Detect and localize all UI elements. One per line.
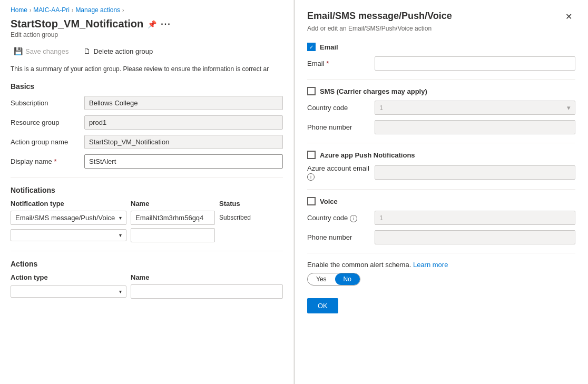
- voice-info-icon[interactable]: i: [350, 215, 357, 222]
- actions-type-dropdown-1[interactable]: ▾: [11, 285, 126, 298]
- ok-button[interactable]: OK: [307, 298, 338, 313]
- breadcrumb: Home › MAIC-AA-Pri › Manage actions ›: [11, 6, 283, 14]
- notif-row2-type: ▾: [11, 229, 126, 241]
- notif-row-2: ▾: [11, 228, 283, 242]
- voice-phone-input[interactable]: [375, 230, 575, 244]
- info-banner: This is a summary of your action group. …: [11, 65, 283, 74]
- save-label: Save changes: [25, 47, 68, 55]
- notif-name-input-1[interactable]: [131, 211, 215, 225]
- breadcrumb-sep-3: ›: [122, 7, 124, 13]
- email-checkbox[interactable]: ✓: [307, 43, 316, 51]
- notif-type-dropdown-1[interactable]: Email/SMS message/Push/Voice ▾: [11, 211, 126, 225]
- notif-dropdown-arrow-1: ▾: [119, 215, 122, 221]
- actions-dropdown-arrow-1: ▾: [119, 289, 122, 294]
- notif-row1-type: Email/SMS message/Push/Voice ▾: [11, 211, 126, 225]
- sms-country-code-dropdown[interactable]: 1 ▾: [375, 101, 575, 115]
- email-section: ✓ Email Email *: [307, 43, 575, 71]
- email-check-mark: ✓: [309, 44, 313, 50]
- email-checkbox-row: ✓ Email: [307, 43, 575, 51]
- notif-col-type-header: Notification type: [11, 200, 126, 208]
- sms-checkbox-label: SMS (Carrier charges may apply): [320, 87, 427, 95]
- section-divider-4: [307, 253, 575, 253]
- email-checkbox-label: Email: [320, 43, 338, 51]
- voice-country-code-row: Country code i: [307, 211, 575, 225]
- schema-label: Enable the common alert schema.: [307, 261, 411, 269]
- schema-section: Enable the common alert schema. Learn mo…: [307, 261, 575, 285]
- resource-group-input[interactable]: [84, 115, 283, 130]
- learn-more-link[interactable]: Learn more: [413, 261, 448, 269]
- display-name-input[interactable]: [84, 154, 283, 169]
- actions-section-title: Actions: [11, 260, 283, 268]
- notif-row-1: Email/SMS message/Push/Voice ▾ Subscribe…: [11, 211, 283, 225]
- sms-section: SMS (Carrier charges may apply) Country …: [307, 87, 575, 134]
- sms-checkbox-row: SMS (Carrier charges may apply): [307, 87, 575, 95]
- flyout-title: Email/SMS message/Push/Voice: [307, 11, 452, 22]
- subscription-input[interactable]: [84, 96, 283, 110]
- edit-label: Edit action group: [11, 31, 283, 38]
- notif-col-name-header: Name: [131, 200, 215, 208]
- actions-row-1: ▾: [11, 284, 283, 299]
- email-field-label: Email *: [307, 60, 370, 67]
- notif-row1-status: Subscribed: [219, 214, 283, 221]
- notif-type-dropdown-2[interactable]: ▾: [11, 229, 126, 241]
- sms-country-code-label: Country code: [307, 104, 370, 112]
- notifications-header: Notification type Name Status: [11, 200, 283, 208]
- display-name-row: Display name *: [11, 154, 283, 169]
- voice-country-code-label: Country code i: [307, 214, 370, 222]
- divider-1: [11, 177, 283, 178]
- resource-group-row: Resource group: [11, 115, 283, 130]
- basics-section-title: Basics: [11, 82, 283, 91]
- delete-label: Delete action group: [93, 47, 153, 55]
- action-group-name-value: [84, 135, 283, 149]
- sms-phone-label: Phone number: [307, 123, 370, 131]
- save-button[interactable]: 💾 Save changes: [11, 45, 72, 57]
- actions-name-input-1[interactable]: [131, 284, 283, 299]
- push-section: Azure app Push Notifications Azure accou…: [307, 151, 575, 181]
- push-checkbox-label: Azure app Push Notifications: [320, 151, 415, 159]
- flyout-close-button[interactable]: ✕: [562, 11, 575, 23]
- subscription-row: Subscription: [11, 96, 283, 110]
- email-field-row: Email *: [307, 56, 575, 71]
- action-group-name-label: Action group name: [11, 138, 84, 146]
- sms-dropdown-arrow: ▾: [567, 104, 571, 112]
- push-email-input[interactable]: [375, 165, 575, 180]
- toggle-no-button[interactable]: No: [335, 273, 360, 285]
- breadcrumb-manage[interactable]: Manage actions: [75, 6, 120, 14]
- sms-phone-input[interactable]: [375, 120, 575, 134]
- delete-button[interactable]: 🗋 Delete action group: [80, 45, 156, 57]
- notif-row2-name: [131, 228, 215, 242]
- breadcrumb-maic[interactable]: MAIC-AA-Pri: [33, 6, 70, 14]
- push-checkbox[interactable]: [307, 151, 316, 159]
- notif-dropdown-arrow-2: ▾: [119, 232, 122, 238]
- breadcrumb-home[interactable]: Home: [11, 6, 27, 14]
- action-group-name-row: Action group name: [11, 135, 283, 149]
- section-divider-2: [307, 143, 575, 143]
- email-input[interactable]: [375, 56, 575, 71]
- notif-row1-name: [131, 211, 215, 225]
- notif-col-status-header: Status: [219, 200, 283, 208]
- push-account-email-label: Azure account email i: [307, 164, 370, 181]
- push-info-icon[interactable]: i: [307, 173, 315, 181]
- voice-section: Voice Country code i Phone number: [307, 197, 575, 244]
- voice-checkbox[interactable]: [307, 197, 316, 205]
- push-email-row: Azure account email i: [307, 164, 575, 181]
- actions-section: Actions Action type Name ▾: [11, 260, 283, 299]
- page-title-text: StartStop_VM_Notification: [11, 18, 143, 30]
- pin-icon[interactable]: 📌: [148, 20, 156, 28]
- resource-group-label: Resource group: [11, 119, 84, 126]
- voice-checkbox-row: Voice: [307, 197, 575, 205]
- sms-checkbox[interactable]: [307, 87, 316, 95]
- subscription-value: [84, 96, 283, 110]
- push-checkbox-row: Azure app Push Notifications: [307, 151, 575, 159]
- action-group-name-input[interactable]: [84, 135, 283, 149]
- display-name-value: [84, 154, 283, 169]
- display-name-label: Display name *: [11, 157, 84, 165]
- actions-col-type-header: Action type: [11, 273, 126, 281]
- more-options-icon[interactable]: ···: [161, 19, 171, 29]
- voice-country-code-input[interactable]: [375, 211, 575, 225]
- toggle-yes-button[interactable]: Yes: [308, 273, 335, 285]
- flyout-panel: Email/SMS message/Push/Voice ✕ Add or ed…: [294, 0, 588, 384]
- flyout-subtitle: Add or edit an Email/SMS/Push/Voice acti…: [307, 25, 575, 32]
- notif-name-input-2[interactable]: [131, 228, 215, 242]
- notifications-section-title: Notifications: [11, 186, 283, 194]
